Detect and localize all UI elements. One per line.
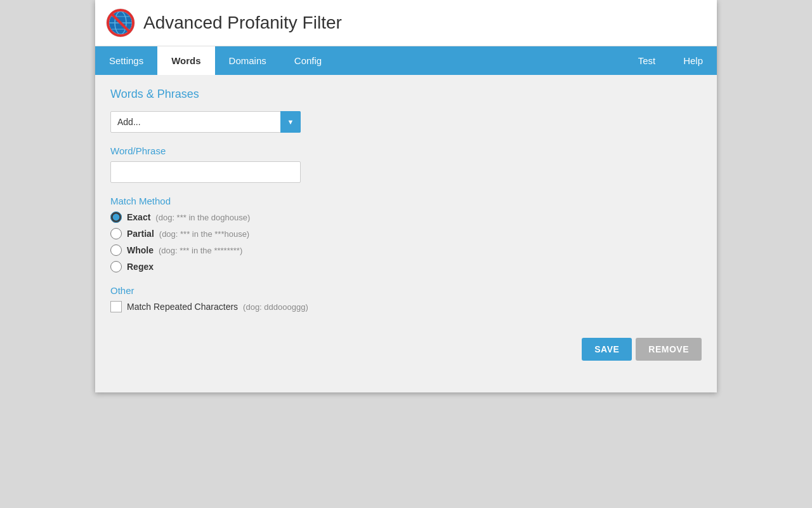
radio-item-partial[interactable]: Partial (dog: *** in the ***house) — [110, 228, 702, 239]
word-phrase-section: Word/Phrase — [110, 145, 702, 183]
remove-button[interactable]: REMOVE — [636, 338, 702, 361]
nav-bar: Settings Words Domains Config Test Help — [95, 46, 717, 75]
radio-exact-label: Exact — [127, 212, 150, 222]
radio-item-regex[interactable]: Regex — [110, 261, 702, 272]
app-container: Advanced Profanity Filter Settings Words… — [95, 0, 717, 392]
radio-exact[interactable] — [110, 211, 122, 223]
match-repeated-item[interactable]: Match Repeated Characters (dog: dddooogg… — [110, 301, 702, 312]
app-header: Advanced Profanity Filter — [95, 0, 717, 46]
radio-whole-label: Whole — [127, 245, 154, 255]
nav-left: Settings Words Domains Config — [95, 46, 624, 75]
match-method-title: Match Method — [110, 196, 702, 206]
radio-partial-example: (dog: *** in the ***house) — [159, 229, 249, 239]
radio-regex[interactable] — [110, 261, 122, 272]
radio-partial-label: Partial — [127, 229, 154, 239]
radio-exact-example: (dog: *** in the doghouse) — [155, 213, 250, 222]
save-button[interactable]: SAVE — [582, 338, 632, 361]
radio-whole-example: (dog: *** in the ********) — [159, 246, 242, 255]
add-select-container: Add... Edit word Remove word — [110, 111, 301, 133]
nav-help[interactable]: Help — [669, 46, 717, 75]
app-title: Advanced Profanity Filter — [143, 13, 342, 33]
radio-item-whole[interactable]: Whole (dog: *** in the ********) — [110, 244, 702, 256]
radio-regex-label: Regex — [127, 262, 154, 272]
other-section: Other Match Repeated Characters (dog: dd… — [110, 285, 702, 312]
word-phrase-input[interactable] — [110, 161, 301, 183]
nav-right: Test Help — [624, 46, 717, 75]
radio-item-exact[interactable]: Exact (dog: *** in the doghouse) — [110, 211, 702, 223]
radio-group: Exact (dog: *** in the doghouse) Partial… — [110, 211, 702, 272]
app-icon — [105, 8, 136, 38]
match-repeated-checkbox[interactable] — [110, 301, 122, 312]
main-content: Words & Phrases Add... Edit word Remove … — [95, 75, 717, 392]
other-title: Other — [110, 285, 702, 296]
nav-domains[interactable]: Domains — [215, 46, 280, 75]
nav-settings[interactable]: Settings — [95, 46, 157, 75]
nav-config[interactable]: Config — [280, 46, 336, 75]
radio-whole[interactable] — [110, 244, 122, 256]
nav-words[interactable]: Words — [157, 46, 214, 75]
match-repeated-example: (dog: dddoooggg) — [243, 302, 308, 312]
word-phrase-label: Word/Phrase — [110, 145, 702, 156]
match-method-section: Match Method Exact (dog: *** in the dogh… — [110, 196, 702, 272]
match-repeated-label: Match Repeated Characters — [127, 302, 238, 312]
words-phrases-title: Words & Phrases — [110, 88, 702, 101]
radio-partial[interactable] — [110, 228, 122, 239]
add-word-select[interactable]: Add... Edit word Remove word — [110, 111, 301, 133]
button-row: SAVE REMOVE — [110, 331, 702, 361]
nav-test[interactable]: Test — [624, 46, 670, 75]
